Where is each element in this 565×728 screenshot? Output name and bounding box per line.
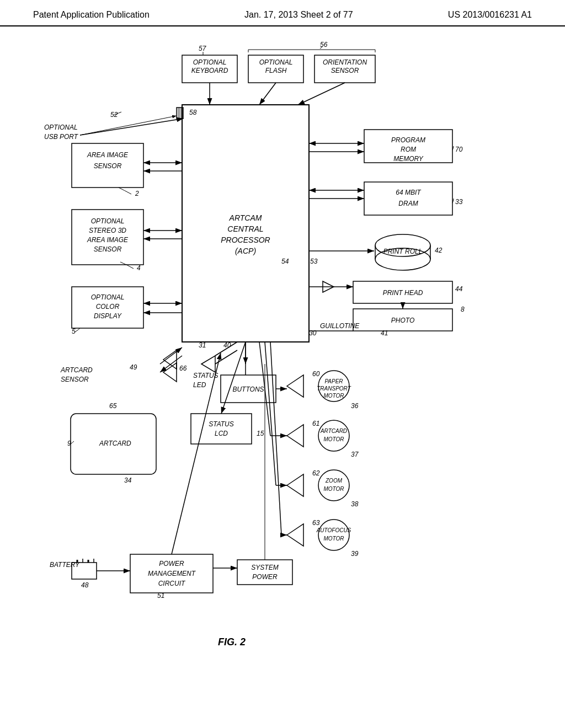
svg-text:SENSOR: SENSOR	[331, 67, 359, 74]
header-right: US 2013/0016231 A1	[448, 10, 532, 20]
svg-text:SENSOR: SENSOR	[94, 162, 122, 170]
svg-text:COLOR: COLOR	[96, 303, 120, 311]
svg-text:OPTIONAL: OPTIONAL	[259, 58, 293, 66]
svg-line-134	[298, 83, 345, 105]
svg-text:FLASH: FLASH	[265, 67, 287, 74]
svg-marker-105	[287, 474, 303, 496]
svg-text:70: 70	[455, 146, 463, 153]
figure-caption: FIG. 2	[218, 636, 246, 647]
svg-text:51: 51	[157, 592, 164, 599]
svg-marker-92	[287, 375, 303, 397]
svg-text:57: 57	[199, 45, 207, 52]
svg-text:POWER: POWER	[252, 573, 278, 581]
svg-text:OPTIONAL: OPTIONAL	[91, 217, 125, 225]
svg-text:GUILLOTINE: GUILLOTINE	[320, 322, 360, 330]
svg-text:61: 61	[312, 420, 319, 427]
svg-text:DRAM: DRAM	[398, 200, 418, 207]
svg-text:STEREO 3D: STEREO 3D	[89, 227, 126, 234]
header-left: Patent Application Publication	[33, 10, 150, 20]
svg-marker-99	[287, 425, 303, 447]
svg-text:MOTOR: MOTOR	[323, 393, 344, 399]
svg-text:PROCESSOR: PROCESSOR	[221, 235, 270, 244]
svg-text:USB PORT: USB PORT	[44, 133, 79, 141]
svg-text:4: 4	[137, 264, 141, 272]
svg-text:65: 65	[109, 402, 117, 410]
svg-text:MOTOR: MOTOR	[323, 536, 344, 542]
svg-line-152	[160, 347, 182, 364]
svg-text:PRINT ROLL: PRINT ROLL	[383, 248, 423, 255]
svg-text:LED: LED	[193, 381, 206, 389]
svg-marker-111	[287, 524, 303, 546]
svg-text:ARTCAM: ARTCAM	[229, 213, 262, 222]
svg-line-45	[80, 116, 177, 135]
svg-text:5: 5	[72, 328, 76, 335]
svg-text:STATUS: STATUS	[209, 420, 234, 428]
svg-point-100	[318, 420, 349, 451]
svg-text:41: 41	[381, 329, 388, 337]
svg-text:36: 36	[351, 402, 359, 410]
svg-line-153	[160, 356, 182, 372]
svg-text:CENTRAL: CENTRAL	[227, 224, 263, 233]
svg-text:MOTOR: MOTOR	[323, 436, 344, 442]
svg-text:62: 62	[312, 469, 320, 477]
svg-text:15: 15	[257, 430, 264, 437]
svg-text:42: 42	[435, 247, 443, 254]
svg-text:SENSOR: SENSOR	[61, 376, 89, 383]
svg-text:64 MBIT: 64 MBIT	[396, 189, 422, 196]
svg-marker-155	[163, 363, 177, 382]
svg-text:33: 33	[455, 198, 463, 206]
svg-text:ORIENTATION: ORIENTATION	[323, 58, 367, 66]
diagram-area: OPTIONAL KEYBOARD 57 OPTIONAL FLASH ORIE…	[28, 33, 537, 711]
svg-text:52: 52	[110, 111, 118, 119]
svg-text:39: 39	[351, 550, 359, 558]
svg-text:2: 2	[135, 190, 139, 197]
svg-text:SYSTEM: SYSTEM	[251, 564, 278, 571]
svg-text:OPTIONAL: OPTIONAL	[91, 293, 125, 301]
svg-text:DISPLAY: DISPLAY	[94, 312, 122, 320]
svg-text:53: 53	[310, 258, 318, 265]
svg-line-170	[215, 350, 237, 364]
svg-point-112	[318, 520, 349, 550]
svg-text:44: 44	[455, 285, 463, 293]
svg-text:PROGRAM: PROGRAM	[391, 136, 425, 144]
svg-text:MANAGEMENT: MANAGEMENT	[148, 570, 196, 577]
svg-text:63: 63	[312, 519, 320, 527]
svg-text:ROM: ROM	[401, 146, 416, 153]
svg-text:31: 31	[199, 341, 206, 349]
optional-keyboard-label: OPTIONAL	[193, 58, 227, 66]
svg-text:(ACP): (ACP)	[235, 247, 256, 255]
svg-text:PAPER: PAPER	[324, 378, 343, 384]
svg-text:ARTCARD: ARTCARD	[60, 366, 93, 374]
svg-text:MEMORY: MEMORY	[393, 155, 424, 163]
svg-text:ARTCARD: ARTCARD	[320, 428, 347, 434]
svg-text:MOTOR: MOTOR	[323, 486, 344, 492]
svg-text:POWER: POWER	[159, 560, 184, 568]
svg-line-133	[259, 83, 276, 105]
svg-text:LCD: LCD	[215, 430, 228, 437]
diagram-svg: OPTIONAL KEYBOARD 57 OPTIONAL FLASH ORIE…	[28, 33, 537, 711]
svg-point-106	[318, 470, 349, 501]
svg-text:38: 38	[351, 500, 359, 508]
svg-text:CIRCUIT: CIRCUIT	[158, 580, 186, 587]
svg-text:8: 8	[461, 306, 465, 313]
svg-text:9: 9	[67, 440, 71, 447]
svg-text:BATTERY: BATTERY	[50, 561, 80, 569]
svg-text:34: 34	[124, 477, 132, 484]
header-center: Jan. 17, 2013 Sheet 2 of 77	[244, 10, 353, 20]
svg-rect-17	[182, 105, 309, 342]
svg-text:48: 48	[81, 581, 89, 589]
svg-text:ARTCARD: ARTCARD	[99, 440, 131, 447]
svg-text:PHOTO: PHOTO	[391, 317, 414, 324]
svg-text:KEYBOARD: KEYBOARD	[191, 67, 228, 74]
svg-text:66: 66	[179, 365, 187, 372]
svg-text:TRANSPORT: TRANSPORT	[317, 386, 351, 392]
svg-text:BUTTONS: BUTTONS	[232, 386, 264, 393]
svg-text:49: 49	[130, 363, 137, 371]
svg-text:37: 37	[351, 451, 359, 458]
page: Patent Application Publication Jan. 17, …	[0, 0, 565, 728]
svg-text:AREA IMAGE: AREA IMAGE	[87, 151, 129, 159]
svg-text:PRINT HEAD: PRINT HEAD	[383, 289, 423, 297]
svg-line-141	[80, 119, 183, 135]
svg-text:30: 30	[309, 329, 317, 337]
svg-text:ZOOM: ZOOM	[325, 478, 343, 484]
